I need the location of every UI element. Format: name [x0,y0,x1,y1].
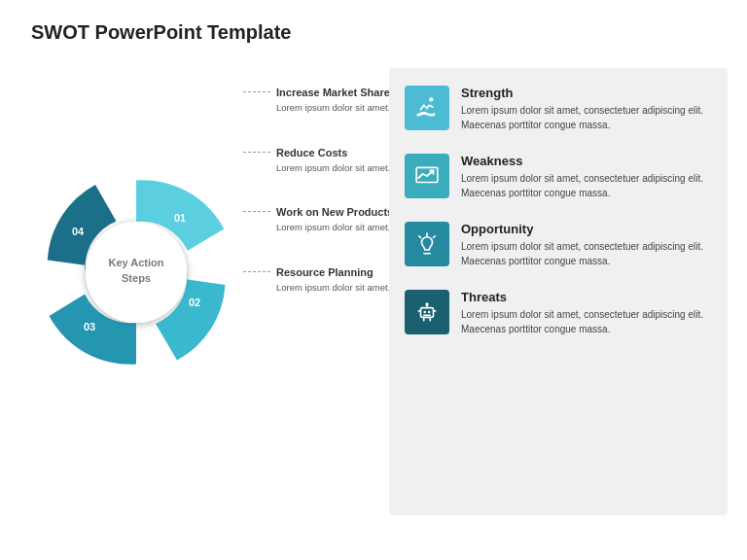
svg-point-0 [429,97,433,101]
center-text-line1: Key Action [108,257,163,268]
weakness-text: Weakness Lorem ipsum dolor sit amet, con… [461,154,712,200]
step-label-03-row: Work on New Products Lorem ipsum dolor s… [243,205,399,234]
threats-title: Threats [461,290,712,304]
segment-label-04: 04 [72,226,85,237]
step-label-02: Reduce Costs Lorem ipsum dolor sit amet. [276,146,390,175]
weakness-title: Weakness [461,154,712,168]
strength-icon [414,95,440,121]
svg-point-10 [425,302,428,305]
opportunity-body: Lorem ipsum dolor sit amet, consectetuer… [461,239,712,268]
swot-item-strength: Strength Lorem ipsum dolor sit amet, con… [405,86,712,132]
left-panel: Key Action Steps 01 02 03 04 Increase Ma… [19,68,389,515]
weakness-icon-box [405,154,449,198]
opportunity-icon-box [405,222,449,266]
step-label-04-row: Resource Planning Lorem ipsum dolor sit … [243,265,399,295]
step-label-04-body: Lorem ipsum dolor sit amet. [276,281,390,294]
svg-rect-7 [428,311,430,313]
step-label-01-body: Lorem ipsum dolor sit amet. [276,101,390,114]
step-label-04-title: Resource Planning [276,265,390,279]
swot-item-threats: Threats Lorem ipsum dolor sit amet, cons… [405,290,712,336]
threats-icon [414,299,440,325]
step-label-03-body: Lorem ipsum dolor sit amet. [276,221,393,233]
opportunity-icon [414,231,440,257]
step-label-01-row: Increase Market Share Lorem ipsum dolor … [243,78,399,115]
strength-title: Strength [461,86,712,100]
donut-chart: Key Action Steps 01 02 03 04 [29,88,243,457]
step-labels: Increase Market Share Lorem ipsum dolor … [243,78,399,325]
strength-icon-box [405,86,449,130]
threats-text: Threats Lorem ipsum dolor sit amet, cons… [461,290,712,336]
step-label-04: Resource Planning Lorem ipsum dolor sit … [276,265,390,295]
threats-body: Lorem ipsum dolor sit amet, consectetuer… [461,307,712,336]
svg-line-4 [434,236,436,238]
threats-icon-box [405,290,449,334]
strength-body: Lorem ipsum dolor sit amet, consectetuer… [461,103,712,132]
step-label-01-title: Increase Market Share [276,86,390,99]
svg-line-3 [419,236,421,238]
weakness-icon [414,163,440,189]
svg-rect-5 [421,308,434,318]
step-label-03-title: Work on New Products [276,205,393,219]
segment-label-01: 01 [174,212,186,224]
svg-rect-6 [424,311,426,313]
donut-container: Key Action Steps 01 02 03 04 [29,88,243,457]
page-title: SWOT PowerPoint Template [31,21,291,44]
step-label-03: Work on New Products Lorem ipsum dolor s… [276,205,393,234]
right-panel: Strength Lorem ipsum dolor sit amet, con… [389,68,728,515]
segment-label-03: 03 [84,321,95,332]
opportunity-title: Opportunity [461,222,712,236]
swot-item-weakness: Weakness Lorem ipsum dolor sit amet, con… [405,154,712,200]
dashed-line-01 [243,91,270,92]
dashed-line-04 [243,271,270,272]
segment-label-02: 02 [189,297,200,308]
dashed-line-02 [243,152,270,153]
strength-text: Strength Lorem ipsum dolor sit amet, con… [461,86,712,132]
center-text-line2: Steps [122,272,151,284]
weakness-body: Lorem ipsum dolor sit amet, consectetuer… [461,171,712,200]
step-label-02-title: Reduce Costs [276,146,390,159]
opportunity-text: Opportunity Lorem ipsum dolor sit amet, … [461,222,712,268]
step-label-02-body: Lorem ipsum dolor sit amet. [276,161,390,174]
step-label-01: Increase Market Share Lorem ipsum dolor … [276,86,390,115]
step-label-02-row: Reduce Costs Lorem ipsum dolor sit amet. [243,146,399,175]
dashed-line-03 [243,211,270,212]
swot-item-opportunity: Opportunity Lorem ipsum dolor sit amet, … [405,222,712,268]
